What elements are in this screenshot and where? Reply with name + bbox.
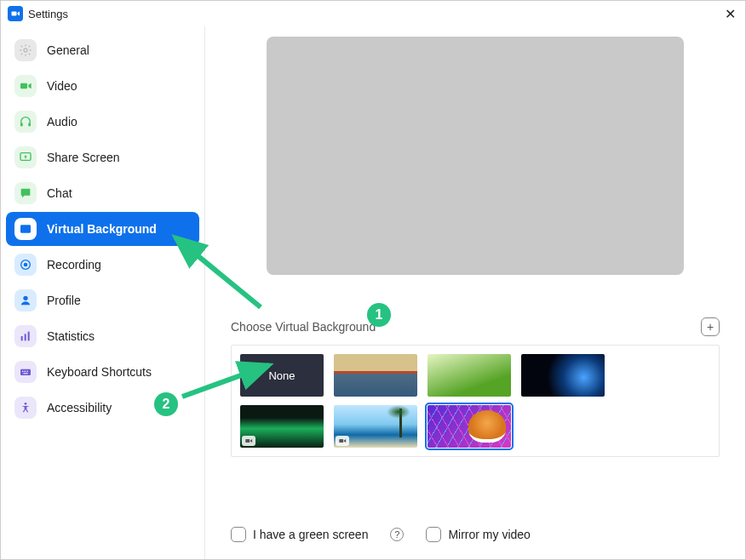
svg-rect-21 [339,439,343,443]
sidebar-item-share-screen[interactable]: Share Screen [6,140,199,174]
titlebar: Settings ✕ [1,1,745,26]
bg-thumb-none[interactable]: None [240,354,324,397]
svg-point-1 [24,49,27,52]
svg-rect-14 [20,369,31,375]
green-screen-checkbox[interactable]: I have a green screen [231,527,368,542]
main-panel: Choose Virtual Background + None I have … [205,26,745,559]
sidebar-item-label: Virtual Background [47,222,157,236]
sidebar-item-chat[interactable]: Chat [6,176,199,210]
sidebar-item-keyboard-shortcuts[interactable]: Keyboard Shortcuts [6,355,199,389]
recording-icon [14,254,37,276]
sidebar-item-profile[interactable]: Profile [6,283,199,317]
svg-rect-11 [21,336,23,340]
bg-thumb-aurora[interactable] [240,405,324,448]
svg-rect-18 [23,373,27,374]
bg-thumb-tiger-retro[interactable] [428,405,511,448]
svg-rect-13 [28,332,30,341]
gear-icon [14,39,37,61]
svg-point-7 [24,226,26,229]
sidebar-item-audio[interactable]: Audio [6,105,199,139]
svg-point-9 [24,263,28,267]
background-thumbnails: None [231,345,720,457]
close-button[interactable]: ✕ [721,6,738,22]
app-icon [8,6,23,21]
help-icon[interactable]: ? [390,528,404,541]
sidebar: GeneralVideoAudioShare ScreenChatVirtual… [1,26,205,559]
keyboard-icon [14,361,37,383]
sidebar-item-accessibility[interactable]: Accessibility [6,391,199,425]
video-icon [14,75,37,97]
accessibility-icon [14,397,37,419]
video-preview [267,37,684,275]
sidebar-item-virtual-background[interactable]: Virtual Background [6,212,199,246]
video-icon [336,436,349,446]
sidebar-item-label: Recording [47,258,101,271]
mirror-video-checkbox[interactable]: Mirror my video [426,527,530,542]
window-title: Settings [28,8,68,20]
svg-point-10 [23,296,27,300]
chat-icon [14,182,37,204]
svg-rect-2 [20,83,27,89]
svg-rect-17 [26,371,27,372]
sidebar-item-recording[interactable]: Recording [6,248,199,282]
sidebar-item-label: Accessibility [47,401,112,414]
svg-rect-3 [20,123,23,126]
statistics-icon [14,325,37,347]
headphones-icon [14,111,37,133]
sidebar-item-general[interactable]: General [6,33,199,67]
bg-thumb-beach[interactable] [334,405,417,448]
svg-rect-0 [12,12,17,16]
profile-icon [14,289,37,311]
svg-point-19 [25,403,27,405]
sidebar-item-label: Keyboard Shortcuts [47,365,152,379]
bg-thumb-grass[interactable] [428,354,511,397]
svg-rect-20 [245,439,250,443]
bg-thumb-golden-gate[interactable] [334,354,417,397]
virtual-background-icon [14,218,37,240]
bg-thumb-earth-space[interactable] [521,354,605,397]
sidebar-item-video[interactable]: Video [6,69,199,103]
sidebar-item-label: Share Screen [47,151,120,164]
sidebar-item-label: Video [47,79,77,93]
svg-rect-15 [22,371,23,372]
add-background-button[interactable]: + [701,317,720,336]
svg-rect-12 [25,334,26,340]
svg-rect-16 [25,371,26,372]
sidebar-item-label: Statistics [47,329,95,343]
sidebar-item-label: General [47,43,89,57]
sidebar-item-label: Profile [47,294,81,307]
share-screen-icon [14,146,37,169]
sidebar-item-label: Chat [47,186,72,200]
mirror-video-label: Mirror my video [448,528,530,541]
sidebar-item-statistics[interactable]: Statistics [6,319,199,353]
svg-rect-4 [28,123,31,126]
choose-background-label: Choose Virtual Background [231,320,376,334]
video-icon [242,436,255,446]
green-screen-label: I have a green screen [253,528,368,541]
sidebar-item-label: Audio [47,115,77,129]
